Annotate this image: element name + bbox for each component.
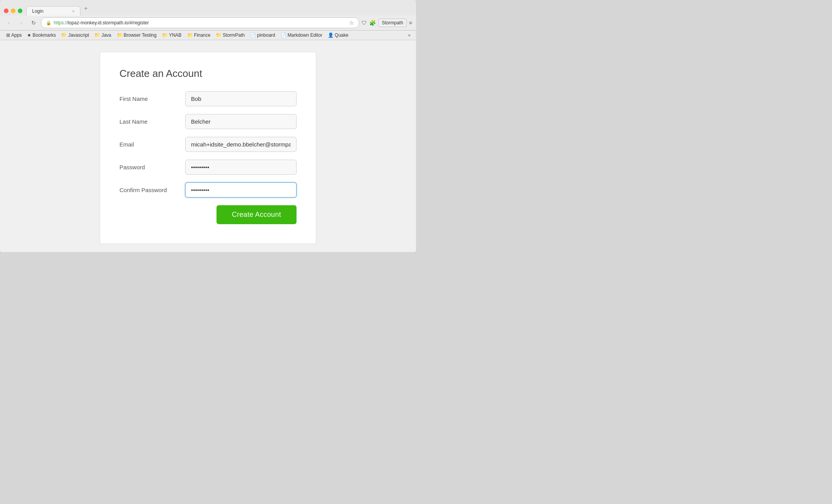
folder-icon: 📁 — [216, 32, 222, 38]
bookmark-star-icon[interactable]: ☆ — [349, 20, 354, 26]
bookmark-item-pinboard[interactable]: 📄 pinboard — [248, 32, 278, 39]
bookmark-item-bookmarks[interactable]: ★ Bookmarks — [25, 32, 58, 39]
page-icon: 📄 — [250, 32, 256, 38]
email-label: Email — [119, 141, 185, 148]
minimize-button[interactable] — [11, 9, 15, 13]
apps-icon: ⊞ — [6, 32, 10, 38]
reload-button[interactable]: ↻ — [29, 18, 39, 28]
bookmarks-bar: ⊞ Apps ★ Bookmarks 📁 Javascript 📁 Java 📁… — [0, 31, 416, 40]
address-bar[interactable]: 🔒 https://topaz-monkey.id.stormpath.io/#… — [41, 17, 359, 28]
first-name-label: First Name — [119, 95, 185, 102]
email-row: Email — [119, 137, 297, 152]
lock-icon: 🔒 — [46, 20, 51, 26]
bookmark-item-browser-testing[interactable]: 📁 Browser Testing — [114, 32, 159, 39]
bookmark-item-java[interactable]: 📁 Java — [92, 32, 113, 39]
shield-icon[interactable]: 🛡 — [361, 20, 367, 26]
menu-icon[interactable]: ≡ — [409, 20, 412, 26]
folder-icon: 📁 — [94, 32, 100, 38]
first-name-input[interactable] — [185, 91, 297, 106]
bookmark-label: Apps — [11, 32, 22, 38]
register-card: Create an Account First Name Last Name E… — [100, 52, 316, 244]
title-bar: Login × + — [0, 0, 416, 15]
star-icon: ★ — [27, 32, 31, 38]
bookmark-item-apps[interactable]: ⊞ Apps — [4, 32, 24, 39]
bookmark-label: pinboard — [257, 32, 275, 38]
url-text: https://topaz-monkey.id.stormpath.io/#/r… — [54, 20, 347, 26]
extensions-icon[interactable]: 🧩 — [369, 20, 376, 26]
bookmark-label: Markdown Editor — [288, 32, 322, 38]
bookmark-item-javascript[interactable]: 📁 Javascript — [59, 32, 91, 39]
bookmark-label: Javascript — [68, 32, 89, 38]
bookmark-label: YNAB — [169, 32, 182, 38]
bookmark-label: Quake — [335, 32, 348, 38]
create-account-button[interactable]: Create Account — [217, 205, 297, 224]
bookmark-item-markdown-editor[interactable]: 📄 Markdown Editor — [278, 32, 325, 39]
bookmark-item-quake[interactable]: 👤 Quake — [326, 32, 351, 39]
avatar-icon: 👤 — [328, 32, 334, 38]
browser-tab[interactable]: Login × — [26, 6, 80, 16]
folder-icon: 📁 — [162, 32, 168, 38]
folder-icon: 📁 — [117, 32, 123, 38]
tab-title: Login — [32, 9, 43, 14]
confirm-password-label: Confirm Password — [119, 187, 185, 193]
bookmarks-more-icon[interactable]: » — [406, 32, 412, 39]
folder-icon: 📁 — [61, 32, 67, 38]
first-name-row: First Name — [119, 91, 297, 106]
confirm-password-row: Confirm Password — [119, 182, 297, 198]
close-button[interactable] — [4, 9, 9, 13]
bookmark-label: Finance — [194, 32, 211, 38]
browser-window: Login × + ‹ › ↻ 🔒 https://topaz-monkey.i… — [0, 0, 416, 252]
email-input[interactable] — [185, 137, 297, 152]
last-name-row: Last Name — [119, 114, 297, 129]
bookmark-label: StormPath — [223, 32, 245, 38]
page-heading: Create an Account — [119, 68, 297, 80]
back-button[interactable]: ‹ — [4, 18, 14, 28]
folder-icon: 📁 — [187, 32, 193, 38]
bookmark-label: Browser Testing — [124, 32, 157, 38]
new-tab-button[interactable]: + — [80, 3, 91, 14]
tab-close-icon[interactable]: × — [72, 9, 75, 14]
window-controls — [4, 9, 22, 13]
url-rest: topaz-monkey.id.stormpath.io/#/register — [68, 20, 149, 26]
url-https: https:// — [54, 20, 68, 26]
password-label: Password — [119, 164, 185, 170]
forward-button[interactable]: › — [16, 18, 26, 28]
password-row: Password — [119, 160, 297, 175]
page-content: Create an Account First Name Last Name E… — [0, 40, 416, 252]
bookmark-item-ynab[interactable]: 📁 YNAB — [160, 32, 184, 39]
confirm-password-input[interactable] — [185, 182, 297, 198]
last-name-input[interactable] — [185, 114, 297, 129]
bookmark-label: Bookmarks — [32, 32, 56, 38]
last-name-label: Last Name — [119, 118, 185, 125]
bookmark-item-stormpath[interactable]: 📁 StormPath — [213, 32, 247, 39]
bookmark-item-finance[interactable]: 📁 Finance — [185, 32, 213, 39]
page-icon: 📄 — [281, 32, 286, 38]
toolbar-right: 🛡 🧩 Stormpath ≡ — [361, 19, 412, 27]
submit-row: Create Account — [119, 205, 297, 224]
profile-button[interactable]: Stormpath — [378, 19, 406, 27]
maximize-button[interactable] — [18, 9, 22, 13]
bookmark-label: Java — [101, 32, 111, 38]
toolbar: ‹ › ↻ 🔒 https://topaz-monkey.id.stormpat… — [0, 15, 416, 31]
password-input[interactable] — [185, 160, 297, 175]
